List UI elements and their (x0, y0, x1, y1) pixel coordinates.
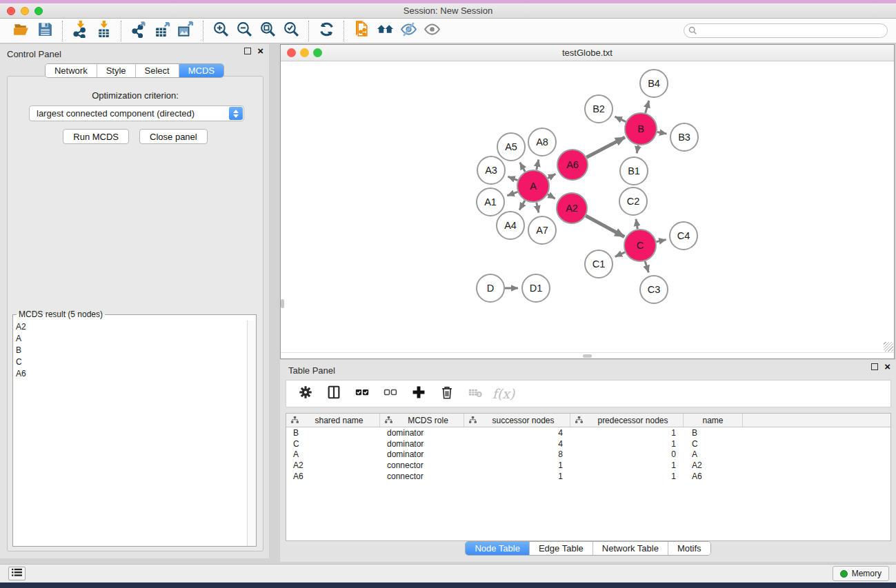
run-mcds-button[interactable]: Run MCDS (63, 129, 129, 144)
edge-A2-C[interactable] (586, 216, 624, 237)
edge-C-C1[interactable] (615, 252, 625, 256)
close-panel-button[interactable]: Close panel (139, 129, 208, 144)
select-all-rows-button[interactable] (350, 383, 375, 405)
table-tab-network-table[interactable]: Network Table (593, 542, 668, 555)
close-panel-icon[interactable]: × (257, 48, 263, 54)
cell-name[interactable]: A (684, 449, 743, 459)
search-input[interactable] (684, 23, 888, 38)
cell-shared-name[interactable]: B (286, 428, 380, 438)
cell-MCDS-role[interactable]: dominator (380, 449, 464, 459)
edge-A-A4[interactable] (519, 201, 525, 210)
table-tab-edge-table[interactable]: Edge Table (530, 542, 593, 555)
close-table-panel-icon[interactable]: × (884, 363, 890, 370)
delete-column-button[interactable] (435, 383, 459, 405)
cell-predecessor-nodes[interactable]: 1 (570, 472, 684, 481)
cell-successor-nodes[interactable]: 1 (464, 460, 570, 470)
result-scrollbar[interactable] (247, 321, 256, 546)
tab-select[interactable]: Select (136, 64, 179, 77)
cell-predecessor-nodes[interactable]: 0 (570, 449, 684, 459)
cell-name[interactable]: A6 (684, 472, 743, 481)
cell-successor-nodes[interactable]: 4 (464, 428, 570, 438)
float-table-panel-icon[interactable] (871, 363, 878, 370)
mcds-result-item[interactable]: A (13, 332, 247, 344)
edge-B-B3[interactable] (657, 132, 667, 134)
edge-A-A8[interactable] (537, 159, 539, 170)
add-column-button[interactable] (406, 383, 431, 405)
table-row[interactable]: A6connector11A6 (286, 471, 890, 482)
show-all-button[interactable] (420, 21, 444, 41)
network-vertical-scrollbar[interactable] (281, 299, 284, 308)
table-row[interactable]: Bdominator41B (286, 427, 890, 438)
deselect-all-rows-button[interactable] (378, 383, 403, 405)
tab-mcds[interactable]: MCDS (179, 64, 223, 77)
zoom-out-button[interactable] (232, 21, 256, 41)
hide-selected-button[interactable] (397, 21, 420, 41)
export-table-button[interactable] (150, 21, 174, 41)
export-network-button[interactable] (127, 21, 150, 41)
edge-B-B2[interactable] (615, 116, 626, 122)
import-network-button[interactable] (68, 21, 92, 41)
cell-shared-name[interactable]: A (286, 449, 380, 459)
column-header-predecessor-nodes[interactable]: predecessor nodes (570, 414, 684, 427)
edge-C-C4[interactable] (656, 240, 666, 242)
memory-button[interactable]: Memory (833, 566, 889, 581)
tab-network[interactable]: Network (46, 64, 97, 77)
cell-MCDS-role[interactable]: connector (380, 460, 464, 470)
cell-predecessor-nodes[interactable]: 1 (570, 428, 684, 438)
edge-A6-B[interactable] (586, 137, 625, 157)
edge-B-B1[interactable] (637, 145, 638, 154)
cell-name[interactable]: A2 (684, 460, 743, 470)
network-resize-grip[interactable] (884, 342, 893, 352)
zoom-fit-button[interactable] (256, 21, 279, 41)
column-header-name[interactable]: name (684, 414, 743, 427)
network-canvas[interactable]: B4B2BB3A8A5A6A3B1AA1C2A2A4A7C4CC1C3DD1 (281, 61, 894, 352)
table-settings-button[interactable] (293, 383, 318, 405)
cell-MCDS-role[interactable]: connector (380, 472, 464, 481)
network-horizontal-scrollbar[interactable] (281, 352, 894, 358)
open-session-button[interactable] (10, 21, 33, 41)
cell-shared-name[interactable]: C (286, 439, 380, 449)
cell-shared-name[interactable]: A6 (286, 472, 380, 481)
edge-C-C2[interactable] (636, 219, 637, 230)
edge-A-A7[interactable] (537, 203, 539, 213)
import-table-button[interactable] (92, 21, 115, 41)
edge-A-A6[interactable] (548, 174, 555, 178)
edge-C-C3[interactable] (645, 261, 648, 272)
edge-A-A3[interactable] (508, 176, 517, 180)
edge-A-A2[interactable] (548, 194, 555, 199)
mcds-result-item[interactable]: C (13, 356, 247, 367)
edge-A-A1[interactable] (507, 192, 517, 196)
cell-shared-name[interactable]: A2 (286, 460, 380, 470)
cell-successor-nodes[interactable]: 4 (464, 439, 570, 449)
save-session-button[interactable] (33, 21, 57, 41)
table-row[interactable]: A2connector11A2 (286, 460, 890, 471)
network-from-file-button[interactable] (350, 21, 373, 41)
table-tab-motifs[interactable]: Motifs (668, 542, 710, 555)
table-row[interactable]: Adominator80A (286, 449, 890, 460)
show-panels-button[interactable] (8, 567, 26, 580)
table-tab-node-table[interactable]: Node Table (466, 542, 530, 555)
table-row[interactable]: Cdominator41C (286, 438, 890, 449)
column-header-MCDS-role[interactable]: MCDS role (380, 414, 464, 427)
cell-name[interactable]: B (684, 428, 743, 438)
column-header-successor-nodes[interactable]: successor nodes (464, 414, 570, 427)
cell-predecessor-nodes[interactable]: 1 (570, 460, 684, 470)
mcds-result-item[interactable]: A6 (13, 367, 247, 379)
cell-name[interactable]: C (684, 439, 743, 449)
zoom-selected-button[interactable] (279, 21, 303, 41)
cell-MCDS-role[interactable]: dominator (380, 428, 464, 438)
tab-style[interactable]: Style (97, 64, 136, 77)
first-neighbors-button[interactable] (373, 21, 397, 41)
mcds-result-item[interactable]: B (13, 344, 247, 356)
cell-successor-nodes[interactable]: 8 (464, 449, 570, 459)
criterion-dropdown[interactable]: largest connected component (directed) (29, 105, 244, 121)
apply-layout-button[interactable] (315, 21, 338, 41)
column-visibility-button[interactable] (321, 383, 346, 405)
zoom-in-button[interactable] (209, 21, 232, 41)
mcds-result-item[interactable]: A2 (13, 321, 247, 332)
cell-MCDS-role[interactable]: dominator (380, 439, 464, 449)
cell-successor-nodes[interactable]: 1 (464, 472, 570, 481)
column-header-shared-name[interactable]: shared name (286, 414, 380, 427)
edge-A-A5[interactable] (520, 163, 526, 172)
edge-B-B4[interactable] (646, 101, 649, 113)
